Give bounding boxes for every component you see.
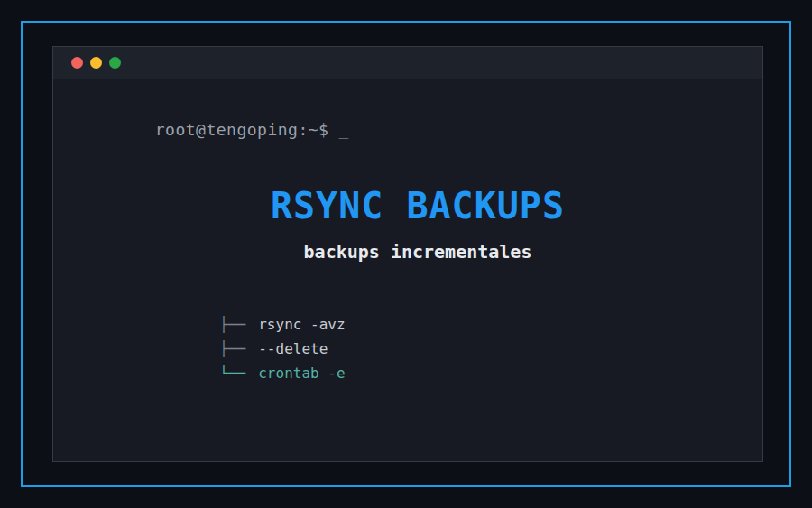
command-label: rsync -avz	[258, 316, 345, 333]
close-window-icon[interactable]	[71, 57, 83, 69]
tree-branch-icon: ├──	[219, 316, 245, 333]
command-tree: ├──rsync -avz ├──--delete └──crontab -e	[133, 288, 762, 361]
page-background: root@tengoping:~$_ RSYNC BACKUPS backups…	[0, 0, 812, 508]
window-titlebar[interactable]	[53, 47, 762, 79]
tree-branch-icon: └──	[219, 365, 245, 382]
terminal-body: root@tengoping:~$_ RSYNC BACKUPS backups…	[53, 79, 762, 361]
list-item: ├──rsync -avz	[133, 288, 762, 312]
prompt-text: root@tengoping:~$	[155, 120, 329, 139]
page-subtitle: backups incrementales	[73, 241, 762, 263]
command-label: crontab -e	[258, 365, 345, 382]
command-label: --delete	[258, 340, 328, 357]
shell-prompt[interactable]: root@tengoping:~$_	[73, 101, 762, 158]
terminal-window: root@tengoping:~$_ RSYNC BACKUPS backups…	[52, 46, 763, 462]
maximize-window-icon[interactable]	[109, 57, 121, 69]
cursor: _	[338, 120, 348, 139]
page-title: RSYNC BACKUPS	[73, 188, 762, 224]
minimize-window-icon[interactable]	[90, 57, 102, 69]
tree-branch-icon: ├──	[219, 340, 245, 357]
